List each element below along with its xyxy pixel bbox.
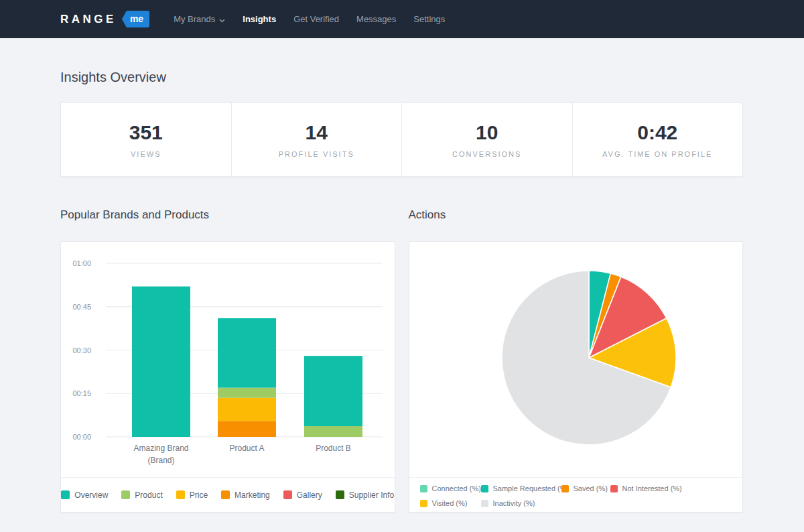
nav-item-my-brands[interactable]: My Brands	[174, 14, 225, 25]
legend-label: Visited (%)	[432, 499, 468, 507]
actions-column: Actions Connected (%)Sample Requested (%…	[409, 208, 744, 513]
stat-value: 351	[129, 121, 163, 144]
stat-label: PROFILE VISITS	[279, 150, 354, 158]
section-title-actions: Actions	[409, 208, 744, 222]
logo-me-tag: me	[122, 11, 149, 27]
legend-item: Saved (%)	[561, 481, 610, 496]
nav-menu: My Brands Insights Get Verified Messages…	[174, 14, 445, 25]
bar-chart-legend: OverviewProductPriceMarketingGallerySupp…	[61, 478, 395, 512]
legend-item: Sample Requested (%)	[481, 481, 561, 496]
legend-swatch	[481, 500, 488, 507]
legend-label: Gallery	[297, 490, 322, 500]
section-title-brands-products: Popular Brands and Products	[60, 208, 395, 222]
stat-label: AVG. TIME ON PROFILE	[602, 150, 712, 158]
bar-chart-svg: 00:0000:1500:3000:4501:00Amazing Brand(B…	[61, 242, 395, 477]
pie-chart-svg	[409, 242, 742, 477]
brands-products-column: Popular Brands and Products 00:0000:1500…	[60, 208, 395, 513]
legend-item: Not Interested (%)	[610, 481, 743, 496]
legend-item: Inactivity (%)	[481, 496, 561, 511]
legend-swatch	[336, 490, 344, 499]
stat-card-avg-time: 0:42 AVG. TIME ON PROFILE	[573, 103, 743, 176]
legend-swatch	[176, 490, 185, 499]
chevron-down-icon	[219, 15, 225, 25]
legend-item: Visited (%)	[420, 496, 481, 511]
legend-item: Gallery	[283, 490, 322, 500]
svg-text:00:15: 00:15	[72, 389, 91, 397]
legend-swatch	[283, 490, 292, 499]
legend-label: Inactivity (%)	[493, 499, 535, 507]
legend-swatch	[561, 485, 569, 492]
svg-text:(Brand): (Brand)	[147, 456, 174, 465]
stats-row: 351 VIEWS 14 PROFILE VISITS 10 CONVERSIO…	[60, 103, 743, 177]
bar-chart: 00:0000:1500:3000:4501:00Amazing Brand(B…	[61, 242, 395, 477]
svg-text:Product B: Product B	[316, 444, 351, 453]
stat-card-conversions: 10 CONVERSIONS	[402, 103, 573, 176]
legend-label: Marketing	[234, 490, 270, 500]
pie-chart-card: Connected (%)Sample Requested (%)Saved (…	[409, 241, 744, 513]
legend-swatch	[481, 485, 488, 492]
rangeme-logo[interactable]: RANGE me	[60, 11, 149, 27]
svg-text:00:00: 00:00	[72, 433, 91, 441]
legend-swatch	[420, 500, 427, 507]
main-content: Insights Overview 351 VIEWS 14 PROFILE V…	[0, 70, 804, 513]
legend-label: Saved (%)	[574, 484, 608, 492]
legend-label: Not Interested (%)	[622, 484, 682, 492]
legend-label: Overview	[74, 490, 108, 500]
page-title: Insights Overview	[60, 70, 743, 85]
nav-item-label: My Brands	[174, 14, 215, 24]
logo-text: RANGE	[60, 13, 117, 26]
legend-swatch	[121, 490, 130, 499]
nav-item-label: Get Verified	[293, 14, 339, 24]
legend-label: Product	[135, 490, 162, 500]
legend-item: Overview	[61, 490, 108, 500]
legend-item: Product	[121, 490, 162, 500]
stat-value: 0:42	[637, 121, 677, 144]
legend-swatch	[61, 490, 70, 499]
legend-label: Price	[190, 490, 208, 500]
svg-text:00:30: 00:30	[72, 346, 91, 354]
pie-chart	[409, 242, 743, 477]
legend-swatch	[221, 490, 230, 499]
nav-item-get-verified[interactable]: Get Verified	[293, 14, 339, 24]
svg-text:00:45: 00:45	[72, 303, 91, 311]
bar-chart-card: 00:0000:1500:3000:4501:00Amazing Brand(B…	[60, 241, 395, 513]
legend-swatch	[610, 485, 618, 492]
svg-text:Amazing Brand: Amazing Brand	[133, 444, 188, 453]
nav-item-settings[interactable]: Settings	[413, 14, 445, 24]
nav-item-label: Insights	[243, 14, 276, 24]
charts-row: Popular Brands and Products 00:0000:1500…	[60, 208, 743, 513]
legend-label: Sample Requested (%)	[493, 484, 570, 492]
nav-item-insights[interactable]: Insights	[243, 14, 276, 24]
nav-item-messages[interactable]: Messages	[356, 14, 396, 24]
stat-label: CONVERSIONS	[452, 150, 521, 158]
legend-item: Connected (%)	[420, 481, 481, 496]
stat-value: 10	[476, 121, 498, 144]
legend-label: Supplier Info	[349, 490, 394, 500]
nav-item-label: Settings	[413, 14, 445, 24]
stat-card-views: 351 VIEWS	[61, 103, 232, 176]
pie-chart-legend: Connected (%)Sample Requested (%)Saved (…	[409, 478, 743, 512]
svg-text:01:00: 01:00	[72, 259, 91, 267]
legend-item: Supplier Info	[336, 490, 394, 500]
stat-value: 14	[306, 121, 328, 144]
legend-label: Connected (%)	[432, 484, 481, 492]
legend-swatch	[420, 485, 427, 492]
stat-label: VIEWS	[131, 150, 161, 158]
legend-item: Marketing	[221, 490, 270, 500]
svg-text:Product A: Product A	[229, 444, 264, 453]
legend-item: Price	[176, 490, 208, 500]
nav-item-label: Messages	[356, 14, 396, 24]
stat-card-profile-visits: 14 PROFILE VISITS	[232, 103, 403, 176]
top-navbar: RANGE me My Brands Insights Get Verified…	[0, 0, 804, 38]
